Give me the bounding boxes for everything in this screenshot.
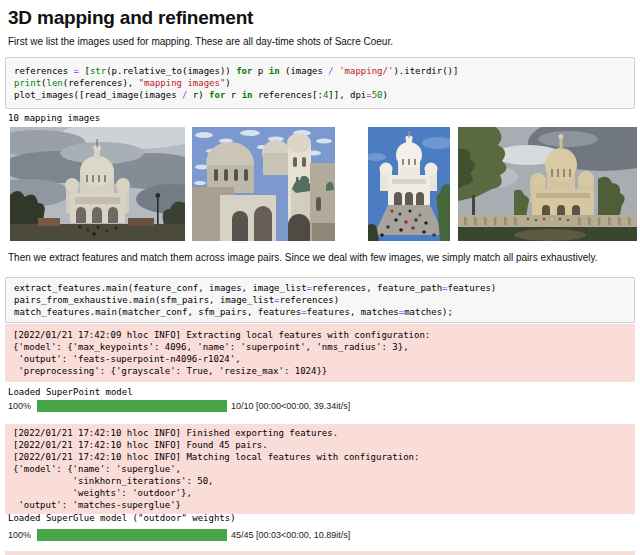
- progress-fill: [37, 400, 227, 412]
- progress-percent: 100%: [8, 530, 34, 540]
- code-listing-extract-match: extract_features.main(feature_conf, imag…: [14, 282, 626, 318]
- code-cell-list-images[interactable]: references = [str(p.relative_to(images))…: [5, 57, 635, 109]
- stderr-extract-log: [2022/01/21 17:42:09 hloc INFO] Extracti…: [5, 324, 635, 382]
- code-listing-list-images: references = [str(p.relative_to(images))…: [14, 65, 626, 101]
- stdout-mapping-count: 10 mapping images: [8, 112, 100, 124]
- stdout-loaded-superpoint: Loaded SuperPoint model: [8, 386, 133, 398]
- progress-bar-match: 100% 45/45 [00:03<00:00, 10.89it/s]: [8, 528, 350, 542]
- stderr-next-block-edge: [5, 551, 635, 555]
- mapping-image-4: [458, 127, 637, 241]
- progress-status: 10/10 [00:00<00:00, 39.34it/s]: [231, 401, 350, 411]
- mapping-image-1: [10, 127, 185, 241]
- matching-text: Then we extract features and match them …: [8, 252, 598, 263]
- notebook-page: 3D mapping and refinement First we list …: [0, 0, 640, 555]
- progress-status: 45/45 [00:03<00:00, 10.89it/s]: [231, 530, 350, 540]
- progress-bar-extract: 100% 10/10 [00:00<00:00, 39.34it/s]: [8, 399, 350, 413]
- progress-fill: [37, 529, 227, 541]
- mapping-image-2: [192, 127, 335, 241]
- stdout-loaded-superglue: Loaded SuperGlue model ("outdoor" weight…: [8, 512, 236, 524]
- page-title: 3D mapping and refinement: [8, 7, 253, 29]
- progress-percent: 100%: [8, 401, 34, 411]
- code-cell-extract-match[interactable]: extract_features.main(feature_conf, imag…: [5, 277, 635, 323]
- mapping-image-3: [368, 127, 450, 241]
- intro-text: First we list the images used for mappin…: [8, 36, 393, 47]
- stderr-match-log: [2022/01/21 17:42:10 hloc INFO] Finished…: [5, 424, 635, 514]
